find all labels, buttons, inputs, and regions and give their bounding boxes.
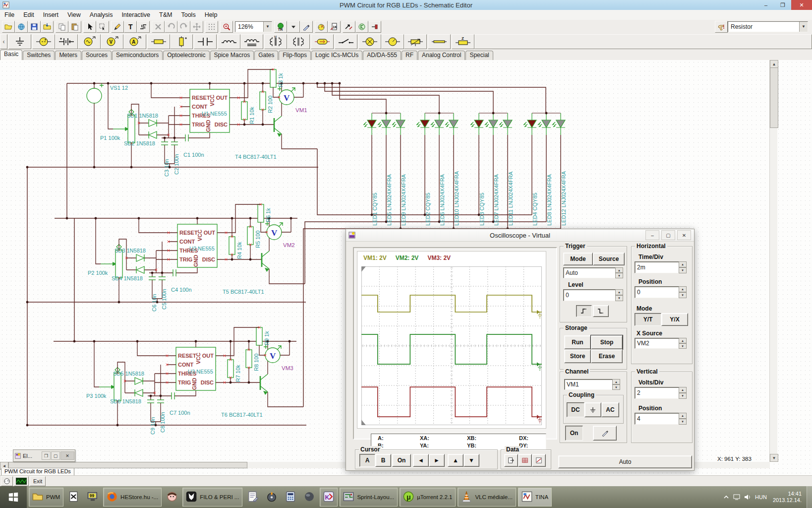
data-curve-icon[interactable]	[532, 454, 546, 467]
channel-select[interactable]: VM1	[564, 379, 615, 390]
zoom-in-icon[interactable]	[220, 21, 233, 33]
falling-edge-icon[interactable]	[593, 305, 609, 317]
import-icon[interactable]	[41, 21, 54, 33]
led-triad-3[interactable]	[470, 113, 512, 135]
chevron-down-icon[interactable]: ▼	[263, 22, 272, 32]
tab-semiconductors[interactable]: Semiconductors	[112, 51, 163, 60]
trigger-mode-dropdown[interactable]: ▲▼	[615, 267, 623, 278]
coupling-dc-button[interactable]: DC	[567, 402, 584, 417]
led-triad-2[interactable]	[416, 113, 458, 135]
channel-on-button[interactable]: On	[565, 426, 583, 441]
inductor-iron-core-icon[interactable]	[240, 34, 263, 49]
ground-icon[interactable]	[8, 34, 31, 49]
undo-icon[interactable]	[165, 21, 177, 33]
taskbar-item-calc[interactable]	[282, 488, 299, 506]
channel-dropdown[interactable]: ▲▼	[612, 379, 620, 390]
taskbar-item-docx[interactable]	[65, 488, 82, 506]
diode-arrow-icon[interactable]	[343, 21, 355, 33]
find-component-icon[interactable]	[715, 21, 728, 33]
taskbar-item-kd[interactable]: K	[320, 488, 338, 507]
tab-gates[interactable]: Gates	[254, 51, 278, 60]
close-icon[interactable]: ✕	[60, 451, 74, 460]
taskbar-item-filo-peri[interactable]: FILO & PERI ...	[182, 488, 242, 507]
status-scope-icon[interactable]	[14, 476, 29, 486]
gauge-analysis-icon[interactable]	[315, 21, 328, 33]
transistor-green-icon[interactable]	[355, 21, 368, 33]
text-icon[interactable]: T	[124, 21, 137, 33]
yt-mode-button[interactable]: Y/T	[635, 313, 661, 326]
menu-help[interactable]: Help	[200, 10, 222, 19]
status-mode-icon[interactable]	[1, 476, 13, 486]
trigger-level-spinner[interactable]: ▲▼	[615, 289, 623, 301]
yx-mode-button[interactable]: Y/X	[661, 313, 688, 326]
timediv-input[interactable]: 2m	[635, 261, 681, 273]
cursor-icon[interactable]	[83, 21, 96, 33]
trigger-mode-select[interactable]: Auto	[563, 267, 618, 278]
scroll-up-icon[interactable]: ▲	[770, 60, 778, 68]
schematic-canvas[interactable]: RESET CONT THRES TRIG OUT DISC VCC GND V	[0, 60, 812, 475]
horizontal-scroll-thumb[interactable]	[8, 462, 247, 468]
start-button[interactable]	[0, 486, 27, 508]
taskbar-item-torrent-2-2-1[interactable]: µµTorrent 2.2.1	[400, 488, 456, 507]
language-indicator[interactable]: HUN	[755, 494, 767, 500]
h-position-spinner[interactable]: ▲▼	[679, 286, 687, 298]
taskbar-item-monitor99[interactable]: 99	[84, 488, 101, 506]
resistor-icon[interactable]	[147, 34, 170, 49]
run-button[interactable]: Run	[564, 335, 591, 349]
save-icon[interactable]	[28, 21, 41, 33]
trigger-level-input[interactable]: 0	[563, 289, 618, 301]
capacitor-icon[interactable]	[194, 34, 217, 49]
menu-analysis[interactable]: Analysis	[85, 10, 117, 19]
probe-plug-icon[interactable]	[368, 21, 381, 33]
maximize-icon[interactable]: ▢	[51, 451, 60, 460]
ammeter-icon[interactable]: A	[123, 34, 146, 49]
cursor-right-button[interactable]: ►	[429, 454, 445, 467]
tab-spice-macros[interactable]: Spice Macros	[210, 51, 254, 60]
world-icon[interactable]	[15, 21, 28, 33]
wire-icon[interactable]	[137, 21, 150, 33]
document-tab[interactable]: PWM Circuit for RGB LEDs	[1, 468, 74, 475]
led-triad-4[interactable]	[523, 113, 565, 135]
tray-expand-icon[interactable]	[723, 494, 729, 500]
meter-1k-icon[interactable]: 1K	[328, 21, 341, 33]
oscilloscope-window[interactable]: Oscilloscope - Virtual – ▢ ✕ VM1: 2V VM2…	[346, 229, 695, 471]
tab-ad-da-555[interactable]: AD/DA-555	[363, 51, 401, 60]
voltage-source-icon[interactable]	[32, 34, 55, 49]
show-desktop-button[interactable]	[807, 486, 812, 508]
tab-logic-ics-mcus[interactable]: Logic ICs-MCUs	[311, 51, 362, 60]
interactive-mode-icon[interactable]: TR	[274, 21, 287, 33]
rising-edge-icon[interactable]	[576, 305, 592, 317]
taskbar-item-sprint-layou[interactable]: Sprint-Layou...	[340, 488, 398, 507]
tab-flip-flops[interactable]: Flip-flops	[279, 51, 311, 60]
menu-file[interactable]: File	[0, 10, 19, 19]
voltage-source-vs1[interactable]	[87, 83, 104, 167]
tab-special[interactable]: Special	[465, 51, 493, 60]
auto-button[interactable]: Auto	[558, 455, 692, 468]
impedance-icon[interactable]: Z	[452, 34, 474, 49]
jumper-icon[interactable]	[428, 34, 451, 49]
potentiometer-icon[interactable]	[404, 34, 427, 49]
clock[interactable]: 14:41 2013.12.14.	[773, 491, 802, 504]
menu-t-m[interactable]: T&M	[155, 10, 176, 19]
taskbar-item-face[interactable]	[164, 488, 180, 506]
taskbar-item-notepad[interactable]	[244, 488, 261, 506]
menu-insert[interactable]: Insert	[39, 10, 63, 19]
pencil-icon[interactable]	[111, 21, 124, 33]
cursor-b-button[interactable]: B	[375, 454, 391, 467]
trigger-source-button[interactable]: Source	[593, 253, 625, 265]
export-data-icon[interactable]	[504, 454, 518, 467]
zoom-level-select[interactable]: 126%▼	[235, 21, 272, 32]
xsource-select[interactable]: VM2	[635, 338, 681, 349]
menu-view[interactable]: View	[63, 10, 85, 19]
meter-icon[interactable]	[381, 34, 404, 49]
pen-color-icon[interactable]	[593, 426, 617, 441]
vertical-scroll-thumb[interactable]	[770, 67, 778, 128]
scroll-down-icon[interactable]: ▼	[770, 454, 778, 462]
taskbar-item-vlc-m-diale[interactable]: VLC médiale...	[458, 488, 516, 507]
component-search-select[interactable]: Resistor▼	[728, 21, 808, 32]
cursor-up-button[interactable]: ▲	[448, 454, 464, 467]
maximize-button[interactable]: ❐	[774, 0, 791, 10]
toolbar-scroll-left-icon[interactable]: ‹	[0, 34, 7, 49]
exit-button[interactable]: Exit	[30, 476, 46, 486]
tray-display-icon[interactable]	[733, 494, 740, 500]
